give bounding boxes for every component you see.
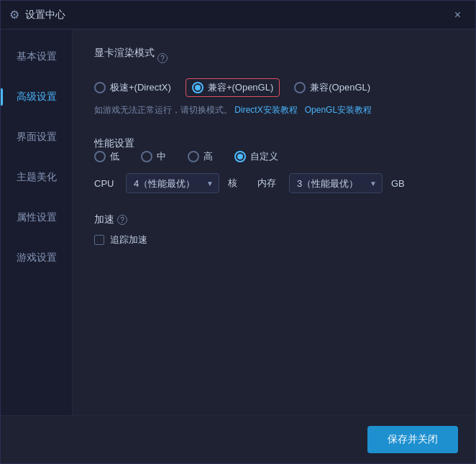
titlebar-title: 设置中心: [25, 9, 65, 22]
perf-custom-label: 自定义: [250, 150, 278, 163]
sidebar-label-props: 属性设置: [17, 211, 57, 224]
perf-mid-outer: [141, 151, 152, 162]
settings-icon: ⚙: [9, 8, 19, 22]
radio-opengl-outer: [294, 82, 306, 93]
main-content: 基本设置 高级设置 界面设置 主题美化 属性设置 游戏设置 显卡渲: [1, 29, 475, 415]
cpu-label: CPU: [94, 178, 117, 189]
radio-directx-fast-outer: [94, 82, 106, 93]
accel-checkbox-box: [94, 235, 104, 245]
sidebar-item-game[interactable]: 游戏设置: [1, 238, 72, 278]
titlebar: ⚙ 设置中心 ×: [1, 1, 475, 29]
perf-high[interactable]: 高: [188, 150, 213, 163]
accel-title-row: 加速 ?: [94, 213, 454, 226]
radio-directx-fast-label: 极速+(DirectX): [110, 81, 171, 94]
render-mode-hint: 如游戏无法正常运行，请切换模式。 DirectX安装教程 OpenGL安装教程: [94, 104, 454, 116]
cpu-select[interactable]: 4（性能最优） 1 2 6 8: [126, 173, 219, 193]
sidebar-label-theme: 主题美化: [17, 171, 57, 184]
perf-low-outer: [94, 151, 106, 162]
sidebar-label-ui: 界面设置: [17, 131, 57, 144]
perf-high-label: 高: [203, 150, 213, 163]
accel-checkbox-label: 追踪加速: [110, 233, 147, 246]
render-mode-help-icon[interactable]: ?: [157, 53, 168, 63]
accel-title: 加速: [94, 213, 114, 226]
settings-window: ⚙ 设置中心 × 基本设置 高级设置 界面设置 主题美化 属性设置 游戏设置: [0, 0, 476, 464]
sidebar-item-basic[interactable]: 基本设置: [1, 37, 72, 77]
accel-checkbox[interactable]: 追踪加速: [94, 233, 454, 246]
sidebar-label-game: 游戏设置: [17, 251, 57, 264]
perf-custom-outer: [234, 151, 246, 162]
sidebar-item-advanced[interactable]: 高级设置: [1, 77, 72, 117]
resource-row: CPU 4（性能最优） 1 2 6 8 ▼ 核 内存: [94, 173, 454, 193]
render-mode-section: 显卡渲染模式 ? 极速+(DirectX) 兼容+(: [94, 47, 454, 116]
opengl-install-link[interactable]: OpenGL安装教程: [305, 105, 372, 115]
memory-select[interactable]: 3（性能最优） 1 2 4 6 8: [289, 173, 383, 193]
perf-low[interactable]: 低: [94, 150, 119, 163]
perf-high-outer: [188, 151, 199, 162]
accel-help-icon[interactable]: ?: [117, 215, 127, 225]
perf-custom-inner: [237, 154, 243, 159]
radio-opengl-compat-label: 兼容+(OpenGL): [208, 81, 273, 94]
render-mode-options: 极速+(DirectX) 兼容+(OpenGL) 兼容(OpenGL): [94, 78, 454, 97]
radio-opengl-compat-inner: [195, 85, 201, 91]
radio-opengl[interactable]: 兼容(OpenGL): [294, 81, 370, 94]
radio-directx-fast[interactable]: 极速+(DirectX): [94, 81, 171, 94]
performance-section: 性能设置 低 中 高: [94, 136, 454, 193]
perf-mid[interactable]: 中: [141, 150, 166, 163]
memory-label: 内存: [257, 177, 280, 190]
sidebar-label-basic: 基本设置: [17, 50, 57, 63]
performance-presets: 低 中 高 自定义: [94, 150, 454, 163]
memory-select-wrapper: 3（性能最优） 1 2 4 6 8 ▼: [289, 173, 383, 193]
sidebar-item-theme[interactable]: 主题美化: [1, 157, 72, 198]
radio-opengl-compat[interactable]: 兼容+(OpenGL): [186, 78, 280, 97]
cpu-select-wrapper: 4（性能最优） 1 2 6 8 ▼: [126, 173, 219, 193]
save-button[interactable]: 保存并关闭: [367, 426, 458, 453]
footer: 保存并关闭: [1, 415, 475, 463]
render-mode-title: 显卡渲染模式: [94, 47, 155, 60]
sidebar: 基本设置 高级设置 界面设置 主题美化 属性设置 游戏设置: [1, 29, 73, 415]
radio-opengl-compat-outer: [192, 82, 203, 93]
perf-mid-label: 中: [157, 150, 166, 163]
perf-custom[interactable]: 自定义: [234, 150, 278, 163]
acceleration-section: 加速 ? 追踪加速: [94, 213, 454, 246]
sidebar-item-props[interactable]: 属性设置: [1, 198, 72, 238]
perf-low-label: 低: [110, 150, 119, 163]
close-button[interactable]: ×: [449, 6, 467, 24]
content-area: 显卡渲染模式 ? 极速+(DirectX) 兼容+(: [73, 29, 475, 415]
directx-install-link[interactable]: DirectX安装教程: [234, 105, 297, 115]
memory-unit: GB: [391, 178, 405, 189]
sidebar-item-ui[interactable]: 界面设置: [1, 117, 72, 157]
sidebar-label-advanced: 高级设置: [17, 91, 57, 103]
cpu-unit: 核: [228, 177, 237, 190]
radio-opengl-label: 兼容(OpenGL): [310, 81, 370, 94]
performance-title: 性能设置: [94, 137, 134, 149]
